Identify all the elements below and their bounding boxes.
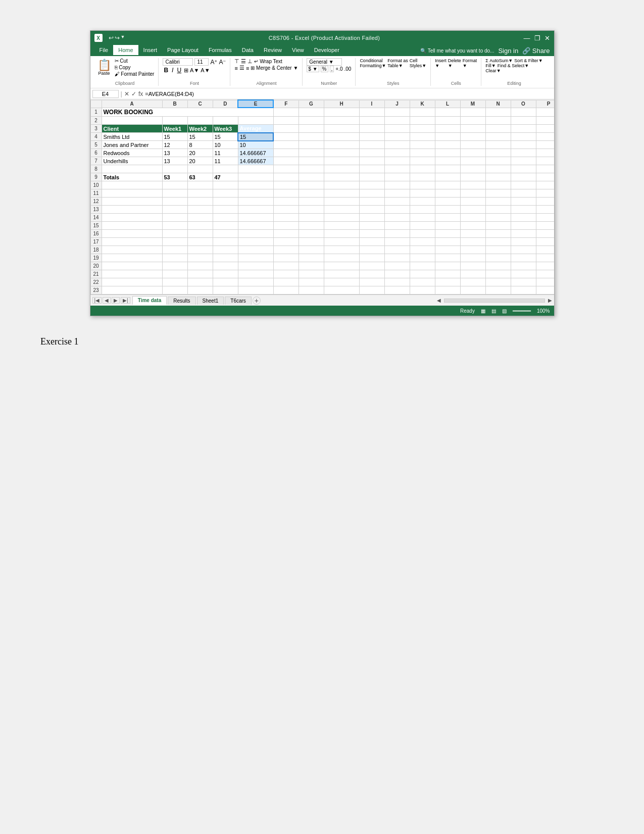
redo-icon[interactable]: ↪: [115, 34, 120, 41]
row-header-19[interactable]: 19: [90, 254, 102, 262]
cell-H17[interactable]: [324, 238, 359, 246]
col-header-p[interactable]: P: [536, 100, 554, 108]
cell-N17[interactable]: [485, 238, 511, 246]
cell-L20[interactable]: [435, 262, 460, 270]
cell-A10[interactable]: [102, 181, 162, 189]
sign-in-link[interactable]: Sign in: [498, 47, 518, 55]
cell-M20[interactable]: [460, 262, 485, 270]
cell-F10[interactable]: [273, 181, 299, 189]
cell-P6[interactable]: [536, 149, 554, 157]
cell-N13[interactable]: [485, 206, 511, 214]
cell-B23[interactable]: [162, 286, 187, 295]
zoom-slider[interactable]: ━━━━━━: [513, 308, 531, 314]
cell-A23[interactable]: [102, 286, 162, 295]
cell-P21[interactable]: [536, 270, 554, 278]
cell-P5[interactable]: [536, 141, 554, 149]
col-header-c[interactable]: C: [187, 100, 213, 108]
cell-E8[interactable]: [238, 165, 273, 173]
cell-I23[interactable]: [359, 286, 384, 295]
tab-developer[interactable]: Developer: [309, 45, 344, 56]
cell-K15[interactable]: [410, 222, 435, 230]
cell-A16[interactable]: [102, 230, 162, 238]
cell-P15[interactable]: [536, 222, 554, 230]
cell-I15[interactable]: [359, 222, 384, 230]
cell-J9[interactable]: [384, 173, 410, 181]
col-header-g[interactable]: G: [299, 100, 324, 108]
align-bottom-button[interactable]: ⊥: [247, 58, 253, 65]
cell-G17[interactable]: [299, 238, 324, 246]
cell-P10[interactable]: [536, 181, 554, 189]
sheet-nav-next[interactable]: ▶: [112, 297, 120, 304]
cell-C15[interactable]: [187, 222, 213, 230]
cell-I18[interactable]: [359, 246, 384, 254]
align-left-button[interactable]: ≡: [234, 65, 237, 71]
cell-M15[interactable]: [460, 222, 485, 230]
row-header-11[interactable]: 11: [90, 189, 102, 198]
cell-A3[interactable]: Client: [102, 125, 162, 133]
row-header-9[interactable]: 9: [90, 173, 102, 181]
restore-button[interactable]: ❐: [534, 34, 540, 42]
cell-I6[interactable]: [359, 149, 384, 157]
cell-D15[interactable]: [213, 222, 238, 230]
cell-H22[interactable]: [324, 278, 359, 286]
cell-O5[interactable]: [511, 141, 536, 149]
cell-K11[interactable]: [410, 189, 435, 198]
cell-H9[interactable]: [324, 173, 359, 181]
col-header-m[interactable]: M: [460, 100, 485, 108]
cell-P14[interactable]: [536, 214, 554, 222]
row-header-8[interactable]: 8: [90, 165, 102, 173]
cell-G7[interactable]: [299, 157, 324, 165]
cell-N18[interactable]: [485, 246, 511, 254]
row-header-20[interactable]: 20: [90, 262, 102, 270]
cell-G11[interactable]: [299, 189, 324, 198]
cell-I16[interactable]: [359, 230, 384, 238]
row-header-2[interactable]: 2: [90, 117, 102, 125]
cancel-formula-button[interactable]: ✕: [124, 90, 129, 97]
cell-K13[interactable]: [410, 206, 435, 214]
sheet-nav-prev[interactable]: ◀: [103, 297, 111, 304]
insert-cells-button[interactable]: Insert▼: [435, 58, 447, 68]
cell-P18[interactable]: [536, 246, 554, 254]
cell-P23[interactable]: [536, 286, 554, 295]
row-header-18[interactable]: 18: [90, 246, 102, 254]
cell-M16[interactable]: [460, 230, 485, 238]
cell-I7[interactable]: [359, 157, 384, 165]
col-header-f[interactable]: F: [273, 100, 299, 108]
cell-H4[interactable]: [324, 133, 359, 141]
cell-F7[interactable]: [273, 157, 299, 165]
cell-D12[interactable]: [213, 198, 238, 206]
cell-G3[interactable]: [299, 125, 324, 133]
cell-J21[interactable]: [384, 270, 410, 278]
cell-A11[interactable]: [102, 189, 162, 198]
cell-N5[interactable]: [485, 141, 511, 149]
cell-E22[interactable]: [238, 278, 273, 286]
cell-E23[interactable]: [238, 286, 273, 295]
cell-M6[interactable]: [460, 149, 485, 157]
tell-me-box[interactable]: 🔍 Tell me what you want to do...: [420, 48, 494, 54]
borders-button[interactable]: ⊞: [184, 67, 188, 74]
cell-H23[interactable]: [324, 286, 359, 295]
cell-M21[interactable]: [460, 270, 485, 278]
cell-G1[interactable]: [410, 108, 435, 117]
cell-G5[interactable]: [299, 141, 324, 149]
cell-E1[interactable]: [359, 108, 384, 117]
cell-H19[interactable]: [324, 254, 359, 262]
row-header-13[interactable]: 13: [90, 206, 102, 214]
paste-button[interactable]: 📋 Paste: [95, 59, 113, 77]
cell-L3[interactable]: [435, 125, 460, 133]
cell-L21[interactable]: [435, 270, 460, 278]
cell-K1[interactable]: [511, 108, 536, 117]
cell-I14[interactable]: [359, 214, 384, 222]
cell-I21[interactable]: [359, 270, 384, 278]
cell-B12[interactable]: [162, 198, 187, 206]
cell-B13[interactable]: [162, 206, 187, 214]
cell-C5[interactable]: 8: [187, 141, 213, 149]
cell-D8[interactable]: [213, 165, 238, 173]
cell-L14[interactable]: [435, 214, 460, 222]
cell-I10[interactable]: [359, 181, 384, 189]
cell-L15[interactable]: [435, 222, 460, 230]
cell-E3[interactable]: Average: [238, 125, 273, 133]
cell-A6[interactable]: Redwoods: [102, 149, 162, 157]
cell-K16[interactable]: [410, 230, 435, 238]
cell-K10[interactable]: [410, 181, 435, 189]
